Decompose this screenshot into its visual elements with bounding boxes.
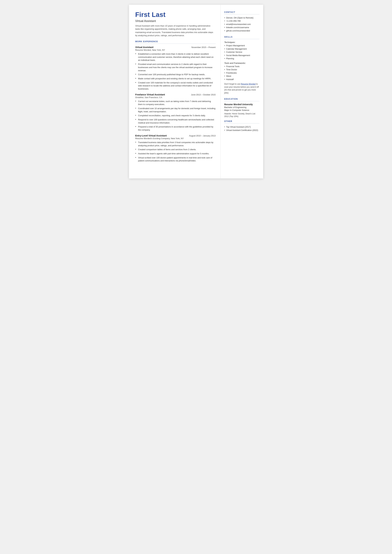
contact-item: +1-234-456-789 [224, 19, 259, 23]
job-dates-3: August 2010 – January 2013 [189, 134, 216, 137]
job-bullet: Converted over 100 previously published … [135, 73, 216, 76]
job-company-2: Growthsi, San Francisco, CA [135, 96, 216, 98]
contact-section-title: CONTACT [224, 11, 259, 13]
contact-divider [224, 14, 259, 14]
job-bullet: Made contact with prospective and existi… [135, 77, 216, 80]
job-dates-1: November 2015 – Present [191, 46, 216, 49]
contact-item: linkedin.com/in/username [224, 26, 259, 29]
job-bullet: Prepared a total of 30 presentations in … [135, 125, 216, 131]
edu-awards: Awards: Honor Society, Dean's List 2012 … [224, 112, 259, 118]
job-dates-2: June 2013 – October 2015 [191, 93, 216, 96]
edu-school: Resume Worded University [224, 103, 259, 106]
edu-degree-text: Bachelor of Engineering [224, 106, 246, 108]
contact-item: email@resumeworded.com [224, 23, 259, 26]
other-section-title: OTHER [224, 120, 259, 122]
left-column: First Last Virtual Assistant Virtual Ass… [129, 5, 221, 178]
job-company-3: Resume Worded's Exciting Company, New Yo… [135, 137, 216, 140]
techniques-label: Techniques: [224, 41, 259, 43]
job-bullets-3: Translated business data priorities from… [135, 141, 216, 162]
edu-degree: Bachelor of Engineering Major in Compute… [224, 106, 259, 112]
job-bullet: Created comparison tables of items and s… [135, 148, 216, 151]
contact-item: Denver, OH (Open to Remote) [224, 16, 259, 19]
candidate-name: First Last [135, 11, 216, 18]
skill-item: Social Media Management [224, 54, 259, 57]
job-bullet: Virtual scribed over 100 doctor-patient … [135, 156, 216, 162]
job-bullet: Completed reconciliation, reporting, and… [135, 114, 216, 117]
job-bullet: Created over 100 materials for the compa… [135, 81, 216, 91]
skills-note-pre: Don't forget to use [224, 83, 241, 85]
education-section-title: EDUCATION [224, 98, 259, 100]
skill-item: Freshbooks [224, 71, 259, 75]
other-list: Top Virtual Assistant (2017) Virtual Ass… [224, 125, 259, 132]
work-experience-section-title: WORK EXPERIENCE [135, 40, 216, 43]
skill-item: Financial Tools [224, 65, 259, 68]
job-bullet: Assisted the team's agents with part-tim… [135, 152, 216, 155]
tools-label: Tools and Frameworks: [224, 62, 259, 64]
job-bullet: Coordinated over 10 arrangements per day… [135, 107, 216, 113]
job-header-2: Freelance Virtual Assistant June 2013 – … [135, 93, 216, 96]
skill-item: Calendar Management [224, 47, 259, 50]
skill-item: Wave [224, 75, 259, 78]
techniques-list: Project Management Calendar Management C… [224, 44, 259, 60]
skills-section-title: SKILLS [224, 36, 259, 38]
job-title-3: Entry-Level Virtual Assistant [135, 134, 167, 137]
other-item: Top Virtual Assistant (2017) [224, 125, 259, 129]
resume-page: First Last Virtual Assistant Virtual Ass… [129, 5, 263, 178]
job-company-1: Resume Worded, New York, NY [135, 49, 216, 51]
education-block: Resume Worded University Bachelor of Eng… [224, 103, 259, 118]
other-item: Virtual Assistant Certification (2022) [224, 129, 259, 132]
job-title-2: Freelance Virtual Assistant [135, 93, 165, 96]
candidate-summary: Virtual Assistant with more than 10 year… [135, 24, 216, 37]
job-bullet: Translated business data priorities from… [135, 141, 216, 147]
job-title-1: Virtual Assistant [135, 46, 154, 49]
job-bullets-1: Established a connection with more than … [135, 52, 216, 91]
job-header-1: Virtual Assistant November 2015 – Presen… [135, 46, 216, 49]
skill-item: Customer Service [224, 50, 259, 54]
job-block-1: Virtual Assistant November 2015 – Presen… [135, 46, 216, 91]
contact-list: Denver, OH (Open to Remote) +1-234-456-7… [224, 16, 259, 32]
job-bullet: Carried out secretarial duties, such as … [135, 100, 216, 106]
job-bullet: Provided email and communication service… [135, 63, 216, 72]
other-divider [224, 123, 259, 124]
skill-item: Planning [224, 57, 259, 60]
job-block-2: Freelance Virtual Assistant June 2013 – … [135, 93, 216, 132]
job-bullet: Respond to over 100 questions concerning… [135, 118, 216, 124]
contact-item: github.com/resumeworded [224, 29, 259, 32]
skill-item: Time Doctor [224, 68, 259, 71]
job-bullets-2: Carried out secretarial duties, such as … [135, 100, 216, 132]
job-block-3: Entry-Level Virtual Assistant August 201… [135, 134, 216, 162]
skill-item: Project Management [224, 44, 259, 47]
candidate-title: Virtual Assistant [135, 19, 216, 23]
edu-major: Major in Computer Science [224, 109, 249, 111]
skill-item: Hubstaff [224, 78, 259, 81]
resume-worded-link[interactable]: Resume Worded [241, 83, 255, 85]
right-column: CONTACT Denver, OH (Open to Remote) +1-2… [221, 5, 263, 178]
skills-note: Don't forget to use Resume Worded to sca… [224, 83, 259, 94]
tools-list: Financial Tools Time Doctor Freshbooks W… [224, 65, 259, 81]
job-header-3: Entry-Level Virtual Assistant August 201… [135, 134, 216, 137]
job-bullet: Established a connection with more than … [135, 52, 216, 62]
